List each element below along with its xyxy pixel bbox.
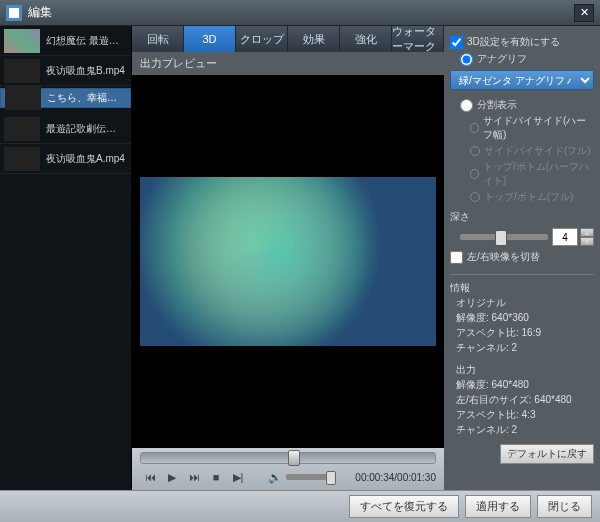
preview-label: 出力プレビュー (132, 52, 444, 75)
split-option[interactable]: トップ/ボトム(フル) (470, 190, 594, 204)
stop-button[interactable]: ■ (206, 468, 226, 486)
close-button[interactable]: ✕ (574, 4, 594, 22)
file-item-selected[interactable]: こちら、幸福安… (0, 88, 131, 108)
swap-label: 左/右映像を切替 (467, 250, 540, 264)
depth-down[interactable]: ▼ (580, 237, 594, 246)
titlebar: 編集 ✕ (0, 0, 600, 26)
depth-slider[interactable] (460, 234, 548, 240)
volume-slider[interactable] (286, 474, 336, 480)
video-preview (132, 75, 444, 448)
window-title: 編集 (28, 4, 574, 21)
file-item[interactable]: 夜访吸血鬼B.mp4 (0, 56, 131, 86)
next-button[interactable]: ⏭ (184, 468, 204, 486)
time-display: 00:00:34/00:01:30 (355, 472, 436, 483)
file-sidebar: 幻想魔伝 最遊… 夜访吸血鬼B.mp4 こちら、幸福安… 最遊記歌劇伝… 夜访吸… (0, 26, 132, 490)
info-line: アスペクト比: 16:9 (456, 326, 594, 340)
split-option[interactable]: サイドバイサイド(ハーフ幅) (470, 114, 594, 142)
timeline-handle[interactable] (288, 450, 300, 466)
enable-3d-label: 3D設定を有効にする (467, 35, 560, 49)
info-output-label: 出力 (456, 363, 594, 377)
timeline-slider[interactable] (140, 452, 436, 464)
depth-input[interactable] (552, 228, 578, 246)
depth-up[interactable]: ▲ (580, 228, 594, 237)
depth-label: 深さ (450, 210, 594, 224)
info-header: 情報 (450, 281, 594, 295)
info-line: 左/右目のサイズ: 640*480 (456, 393, 594, 407)
tab-bar: 回転 3D クロップ 効果 強化 ウォーターマーク (132, 26, 444, 52)
info-line: 解像度: 640*480 (456, 378, 594, 392)
split-option[interactable]: サイドバイサイド(フル) (470, 144, 594, 158)
info-line: チャンネル: 2 (456, 341, 594, 355)
play-button[interactable]: ▶ (162, 468, 182, 486)
info-line: チャンネル: 2 (456, 423, 594, 437)
tab-crop[interactable]: クロップ (236, 26, 288, 52)
playback-controls: ⏮ ▶ ⏭ ■ ▶| 🔊 00:00:34/00:01:30 (132, 448, 444, 490)
close-button[interactable]: 閉じる (537, 495, 592, 518)
tab-rotate[interactable]: 回転 (132, 26, 184, 52)
anaglyph-preview (140, 177, 436, 346)
restore-all-button[interactable]: すべてを復元する (349, 495, 459, 518)
prev-button[interactable]: ⏮ (140, 468, 160, 486)
enable-3d-checkbox[interactable] (450, 36, 463, 49)
swap-checkbox[interactable] (450, 251, 463, 264)
anaglyph-radio[interactable] (460, 53, 473, 66)
tab-enhance[interactable]: 強化 (340, 26, 392, 52)
split-option[interactable]: トップ/ボトム(ハーフハイト) (470, 160, 594, 188)
info-line: 解像度: 640*360 (456, 311, 594, 325)
default-button[interactable]: デフォルトに戻す (500, 444, 594, 464)
tab-watermark[interactable]: ウォーターマーク (392, 26, 444, 52)
file-item[interactable]: 最遊記歌劇伝… (0, 114, 131, 144)
tab-3d[interactable]: 3D (184, 26, 236, 52)
app-icon (6, 5, 22, 21)
volume-icon: 🔊 (268, 471, 282, 484)
settings-panel: 3D設定を有効にする アナグリフ 緑/マゼンタ アナグリフ ハーフカラー 分割表… (444, 26, 600, 490)
split-label: 分割表示 (477, 98, 517, 112)
step-button[interactable]: ▶| (228, 468, 248, 486)
info-line: アスペクト比: 4:3 (456, 408, 594, 422)
apply-button[interactable]: 適用する (465, 495, 531, 518)
svg-rect-1 (9, 8, 19, 18)
file-item[interactable]: 夜访吸血鬼A.mp4 (0, 144, 131, 174)
anaglyph-select[interactable]: 緑/マゼンタ アナグリフ ハーフカラー (450, 70, 594, 90)
anaglyph-label: アナグリフ (477, 52, 527, 66)
file-item[interactable]: 幻想魔伝 最遊… (0, 26, 131, 56)
footer: すべてを復元する 適用する 閉じる (0, 490, 600, 522)
tab-effect[interactable]: 効果 (288, 26, 340, 52)
split-radio[interactable] (460, 99, 473, 112)
info-original-label: オリジナル (456, 296, 594, 310)
